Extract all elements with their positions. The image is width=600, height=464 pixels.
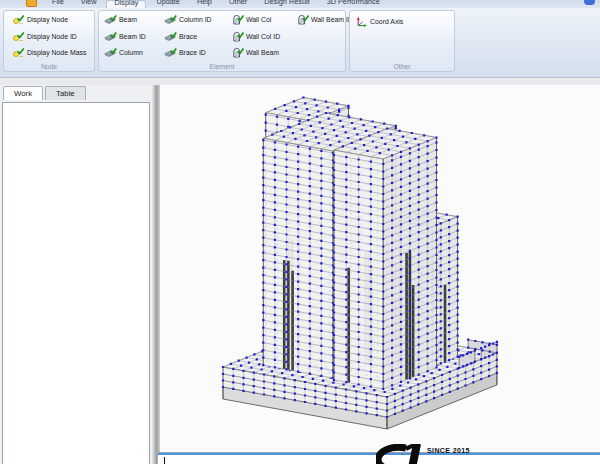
app-window: File View Display Update Help Other Desi… (0, 0, 600, 464)
brace-icon (164, 30, 177, 43)
tab-update[interactable]: Update (149, 0, 187, 8)
brace-id-icon (164, 46, 177, 59)
ribbon-group-element: Beam Beam ID Column Column ID (98, 10, 346, 72)
tab-help[interactable]: Help (190, 0, 219, 8)
left-panel-tabs: Work Table (3, 86, 86, 102)
tab-label: File (52, 0, 64, 6)
app-menu-icon[interactable] (26, 0, 37, 7)
ribbon: Display Node Display Node ID Display Nod… (0, 8, 600, 78)
group-label-element: Element (99, 63, 345, 70)
node-mass-check-icon (12, 46, 25, 59)
text-cursor (164, 457, 165, 464)
toggle-wall-col-id[interactable]: Wall Col ID (231, 30, 293, 43)
node-check-icon (12, 13, 25, 26)
wall-beam-icon (231, 46, 244, 59)
tab-file[interactable]: File (45, 0, 71, 8)
tab-table[interactable]: Table (45, 86, 86, 100)
tab-other[interactable]: Other (222, 0, 254, 8)
wall-col-id-icon (231, 30, 244, 43)
toggle-beam-id[interactable]: Beam ID (104, 30, 161, 43)
toggle-coord-axis[interactable]: Coord Axis (355, 15, 403, 28)
tab-work[interactable]: Work (3, 86, 43, 100)
coord-axis-icon (355, 15, 368, 28)
toggle-wall-col[interactable]: Wall Col (231, 13, 293, 26)
toggle-display-node[interactable]: Display Node (12, 13, 91, 26)
beam-id-icon (104, 30, 117, 43)
left-panel: Work Table (0, 85, 152, 464)
beam-icon (104, 13, 117, 26)
tab-label: Design Result (264, 0, 309, 6)
toggle-wall-beam-id[interactable]: Wall Beam ID (296, 13, 354, 26)
tab-3d-performance[interactable]: 3D Performance (320, 0, 387, 8)
message-panel[interactable] (158, 452, 600, 464)
wall-beam-id-icon (296, 13, 309, 26)
toggle-brace[interactable]: Brace (164, 30, 228, 43)
tab-label: Display (114, 0, 138, 7)
work-tree-panel[interactable] (2, 102, 150, 464)
tab-label: Update (156, 0, 180, 6)
ribbon-tab-bar: File View Display Update Help Other Desi… (0, 0, 600, 8)
toggle-column[interactable]: Column (104, 46, 161, 59)
column-id-icon (164, 13, 177, 26)
toggle-column-id[interactable]: Column ID (164, 13, 228, 26)
group-label-node: Node (4, 63, 94, 70)
toggle-beam[interactable]: Beam (104, 13, 161, 26)
tab-label: View (81, 0, 97, 6)
toggle-wall-beam[interactable]: Wall Beam (231, 46, 293, 59)
tab-label: Help (197, 0, 212, 6)
column-icon (104, 46, 117, 59)
tab-label: Other (229, 0, 247, 6)
help-icon[interactable] (584, 0, 595, 5)
ribbon-group-node: Display Node Display Node ID Display Nod… (3, 10, 95, 72)
tab-label: 3D Performance (327, 0, 380, 6)
model-viewport[interactable] (160, 85, 600, 452)
tab-view[interactable]: View (74, 0, 104, 8)
group-label-other: Other (350, 63, 454, 70)
toggle-brace-id[interactable]: Brace ID (164, 46, 228, 59)
building-model (160, 85, 600, 452)
tab-design-result[interactable]: Design Result (257, 0, 316, 8)
wall-col-icon (231, 13, 244, 26)
toggle-display-node-mass[interactable]: Display Node Mass (12, 46, 91, 59)
ribbon-group-other: Coord Axis Other (349, 10, 455, 72)
tab-display[interactable]: Display (106, 0, 146, 8)
panel-splitter[interactable] (152, 85, 160, 464)
node-id-check-icon (12, 30, 25, 43)
toggle-display-node-id[interactable]: Display Node ID (12, 30, 91, 43)
